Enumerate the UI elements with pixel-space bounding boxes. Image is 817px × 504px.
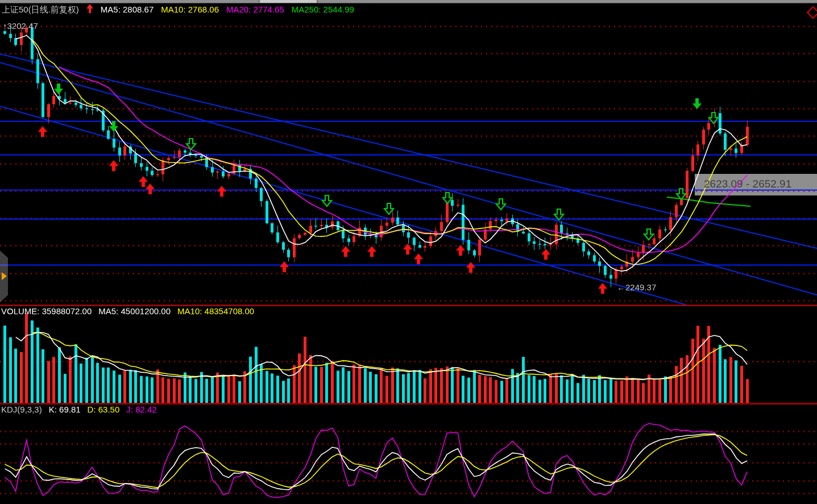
top-scrollbar[interactable] — [0, 0, 817, 3]
main-chart-header: 上证50(日线.前复权) MA5: 2808.67 MA10: 2768.06 … — [2, 4, 354, 15]
kdj-indicator-name: KDJ(9,3,3) — [1, 405, 42, 415]
kdj-pane-header: KDJ(9,3,3) K: 69.81 D: 63.50 J: 82.42 — [1, 405, 157, 415]
side-panel-expand-tab[interactable] — [0, 251, 8, 302]
scrollbar-thumb[interactable] — [259, 0, 318, 3]
price-range-label: 2623.09 - 2652.91 — [704, 179, 791, 189]
stock-chart-window: 上证50(日线.前复权) MA5: 2808.67 MA10: 2768.06 … — [0, 0, 817, 504]
expand-arrow-icon — [2, 272, 7, 280]
kdj-d-value: D: 63.50 — [88, 405, 120, 415]
high-price-label: ↑3202.47 — [3, 21, 38, 31]
red-up-arrow-icon — [86, 4, 93, 15]
ma20-value: MA20: 2774.65 — [226, 5, 284, 15]
volume-ma5-value: MA5: 45001200.00 — [98, 306, 171, 316]
high-marker-icon: ↑ — [3, 21, 7, 31]
ma250-value: MA250: 2544.99 — [292, 5, 354, 15]
ma5-value: MA5: 2808.67 — [101, 5, 154, 15]
symbol-title: 上证50(日线.前复权) — [2, 5, 79, 15]
volume-ma10-value: MA10: 48354708.00 — [177, 306, 254, 316]
chart-canvas[interactable] — [0, 0, 817, 504]
volume-pane-header: VOLUME: 35988072.00 MA5: 45001200.00 MA1… — [1, 306, 254, 316]
kdj-j-value: J: 82.42 — [126, 405, 156, 415]
volume-value: VOLUME: 35988072.00 — [1, 306, 92, 316]
kdj-k-value: K: 69.81 — [49, 405, 81, 415]
ma10-value: MA10: 2768.06 — [161, 5, 219, 15]
low-price-label: ←2249.37 — [617, 282, 656, 293]
